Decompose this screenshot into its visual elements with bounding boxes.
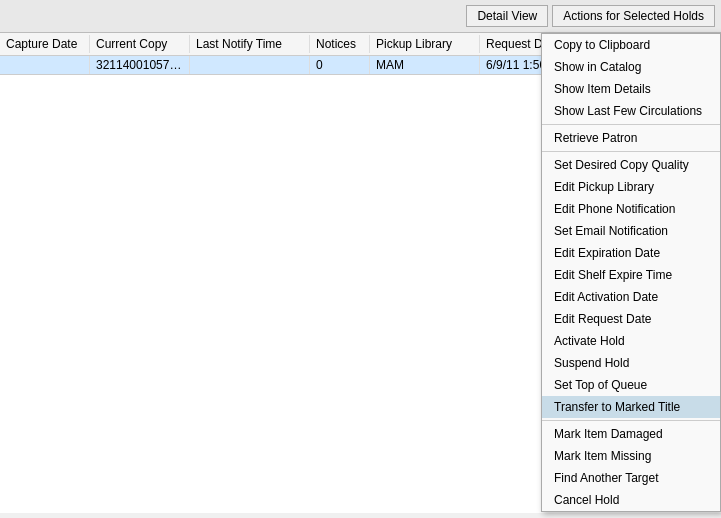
col-current-copy: Current Copy	[90, 35, 190, 53]
menu-item-set-email-notification[interactable]: Set Email Notification	[542, 220, 720, 242]
menu-item-show-last-few-circ[interactable]: Show Last Few Circulations	[542, 100, 720, 122]
cell-capture-date	[0, 56, 90, 74]
menu-item-edit-activation-date[interactable]: Edit Activation Date	[542, 286, 720, 308]
menu-item-edit-request-date[interactable]: Edit Request Date	[542, 308, 720, 330]
menu-item-set-top-of-queue[interactable]: Set Top of Queue	[542, 374, 720, 396]
col-notices: Notices	[310, 35, 370, 53]
col-pickup-library: Pickup Library	[370, 35, 480, 53]
menu-item-edit-pickup-library[interactable]: Edit Pickup Library	[542, 176, 720, 198]
actions-dropdown-menu: Copy to ClipboardShow in CatalogShow Ite…	[541, 33, 721, 512]
menu-item-retrieve-patron[interactable]: Retrieve Patron	[542, 127, 720, 149]
col-last-notify-time: Last Notify Time	[190, 35, 310, 53]
menu-item-edit-shelf-expire-time[interactable]: Edit Shelf Expire Time	[542, 264, 720, 286]
menu-item-set-desired-copy-quality[interactable]: Set Desired Copy Quality	[542, 154, 720, 176]
menu-item-show-item-details[interactable]: Show Item Details	[542, 78, 720, 100]
menu-item-transfer-to-marked-title[interactable]: Transfer to Marked Title	[542, 396, 720, 418]
menu-item-edit-phone-notification[interactable]: Edit Phone Notification	[542, 198, 720, 220]
menu-item-suspend-hold[interactable]: Suspend Hold	[542, 352, 720, 374]
menu-item-cancel-hold[interactable]: Cancel Hold	[542, 489, 720, 511]
menu-separator-4	[542, 124, 720, 125]
cell-pickup-library: MAM	[370, 56, 480, 74]
menu-item-copy-to-clipboard[interactable]: Copy to Clipboard	[542, 34, 720, 56]
actions-selected-holds-button[interactable]: Actions for Selected Holds	[552, 5, 715, 27]
menu-item-mark-item-missing[interactable]: Mark Item Missing	[542, 445, 720, 467]
menu-item-find-another-target[interactable]: Find Another Target	[542, 467, 720, 489]
menu-separator-5	[542, 151, 720, 152]
cell-last-notify-time	[190, 56, 310, 74]
menu-item-mark-item-damaged[interactable]: Mark Item Damaged	[542, 423, 720, 445]
menu-separator-17	[542, 420, 720, 421]
cell-current-copy: 321140010573...	[90, 56, 190, 74]
menu-item-edit-expiration-date[interactable]: Edit Expiration Date	[542, 242, 720, 264]
cell-notices: 0	[310, 56, 370, 74]
main-area: Capture Date Current Copy Last Notify Ti…	[0, 33, 721, 513]
menu-item-activate-hold[interactable]: Activate Hold	[542, 330, 720, 352]
detail-view-button[interactable]: Detail View	[466, 5, 548, 27]
col-capture-date: Capture Date	[0, 35, 90, 53]
menu-item-show-in-catalog[interactable]: Show in Catalog	[542, 56, 720, 78]
